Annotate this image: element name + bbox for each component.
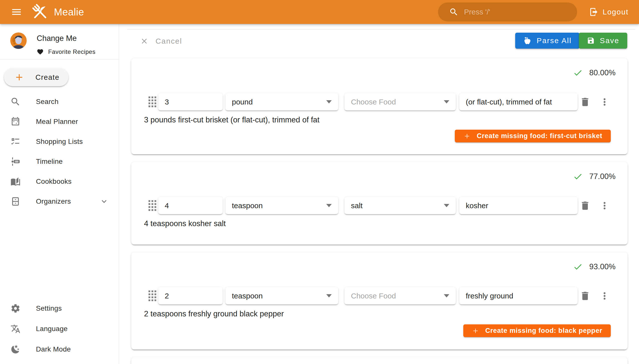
cancel-label: Cancel	[155, 37, 182, 46]
menu-button[interactable]	[10, 5, 24, 19]
food-select[interactable]: salt	[344, 197, 456, 214]
sidebar-item-cookbooks[interactable]: Cookbooks	[0, 172, 119, 192]
delete-button[interactable]	[580, 200, 591, 211]
save-icon	[587, 37, 595, 45]
check-icon	[573, 172, 583, 182]
sidebar-item-organizers[interactable]: Organizers	[0, 192, 119, 212]
cancel-button[interactable]: Cancel	[137, 34, 186, 48]
unit-select[interactable]: teaspoon	[226, 197, 338, 214]
quantity-input[interactable]	[165, 202, 216, 210]
unit-value: teaspoon	[232, 202, 263, 210]
original-ingredient-text: 2 teaspoons freshly ground black pepper	[144, 310, 284, 318]
drag-handle-icon[interactable]	[148, 200, 156, 211]
quantity-field[interactable]	[158, 93, 223, 110]
plus-icon	[463, 132, 471, 140]
favorite-recipes-link[interactable]: Favorite Recipes	[37, 48, 96, 55]
note-input[interactable]	[466, 98, 571, 106]
sidebar-item-meal-planner[interactable]: Meal Planner	[0, 112, 119, 132]
create-missing-food-button[interactable]: Create missing food: first-cut brisket	[455, 130, 611, 142]
drag-handle-icon[interactable]	[148, 96, 156, 107]
logout-label: Logout	[602, 8, 628, 16]
unit-value: pound	[232, 98, 253, 106]
create-button[interactable]: Create	[4, 68, 68, 86]
quantity-input[interactable]	[165, 292, 216, 300]
quantity-input[interactable]	[165, 98, 216, 106]
search-input[interactable]	[464, 8, 570, 16]
checklist-icon	[11, 136, 21, 146]
parse-all-button[interactable]: Parse All	[515, 33, 580, 48]
chevron-down-icon[interactable]	[99, 197, 109, 206]
food-placeholder: Choose Food	[351, 292, 396, 300]
app-root: Mealie Logout Change Me	[0, 0, 639, 364]
quantity-field[interactable]	[158, 197, 223, 214]
note-input[interactable]	[466, 202, 571, 210]
ingredient-fields-row: teaspoon salt	[148, 197, 610, 214]
save-label: Save	[600, 36, 619, 45]
more-options-button[interactable]	[599, 290, 610, 302]
plus-icon	[14, 72, 25, 82]
food-select[interactable]: Choose Food	[344, 287, 456, 304]
delete-button[interactable]	[580, 96, 591, 108]
quantity-field[interactable]	[158, 287, 223, 304]
create-missing-food-button[interactable]: Create missing food: black pepper	[463, 324, 611, 337]
delete-button[interactable]	[580, 290, 591, 302]
main-content: Cancel Parse All Save 80.00%	[119, 24, 639, 364]
sidebar-item-settings[interactable]: Settings	[0, 298, 119, 318]
more-options-button[interactable]	[599, 96, 610, 108]
search-bar[interactable]	[438, 2, 577, 22]
avatar[interactable]	[10, 32, 27, 49]
trash-icon	[580, 200, 591, 211]
confidence-value: 80.00%	[589, 68, 615, 77]
sidebar-item-label: Search	[36, 98, 59, 106]
ingredient-card: 77.00% teaspoon salt	[131, 162, 627, 244]
note-field[interactable]	[459, 93, 578, 110]
sidebar-nav: Search Meal Planner Shopping Lists Timel…	[0, 92, 119, 212]
caret-down-icon	[326, 204, 332, 207]
sidebar-item-shopping-lists[interactable]: Shopping Lists	[0, 132, 119, 152]
caret-down-icon	[326, 294, 332, 298]
ingredient-cards: 80.00% pound Choose Food	[131, 58, 627, 364]
sidebar-item-label: Language	[36, 325, 68, 333]
unit-select[interactable]: teaspoon	[226, 287, 338, 304]
sidebar-footer-nav: Settings Language Dark Mode	[0, 298, 119, 360]
more-options-button[interactable]	[599, 200, 610, 211]
sidebar-item-language[interactable]: Language	[0, 318, 119, 339]
caret-down-icon	[444, 100, 449, 104]
sidebar-item-label: Settings	[36, 304, 62, 312]
sidebar-item-label: Timeline	[36, 158, 63, 166]
app-title: Mealie	[54, 6, 84, 18]
food-value: salt	[351, 202, 363, 210]
drag-handle-icon[interactable]	[148, 290, 156, 301]
trash-icon	[580, 96, 591, 108]
sidebar-item-dark-mode[interactable]: Dark Mode	[0, 339, 119, 360]
kebab-icon	[599, 96, 610, 108]
app-logo	[32, 3, 49, 21]
silverware-icon	[32, 3, 49, 21]
moon-icon	[11, 344, 21, 354]
sidebar-item-timeline[interactable]: Timeline	[0, 152, 119, 172]
note-input[interactable]	[466, 292, 571, 300]
kebab-icon	[599, 290, 610, 302]
confidence-value: 93.00%	[589, 262, 615, 271]
sidebar-item-search[interactable]: Search	[0, 92, 119, 112]
hamburger-icon	[11, 6, 22, 18]
avatar-image	[10, 32, 27, 49]
create-missing-food-label: Create missing food: first-cut brisket	[477, 132, 602, 140]
note-field[interactable]	[459, 197, 578, 214]
ingredient-fields-row: pound Choose Food	[148, 93, 610, 110]
search-icon	[449, 7, 459, 17]
create-label: Create	[36, 73, 59, 82]
note-field[interactable]	[459, 287, 578, 304]
translate-icon	[11, 324, 21, 334]
app-bar: Mealie Logout	[0, 0, 639, 24]
confidence-badge: 77.00%	[573, 172, 615, 182]
content-top-divider	[127, 29, 635, 30]
save-button[interactable]: Save	[579, 33, 627, 48]
caret-down-icon	[444, 204, 449, 207]
logout-button[interactable]: Logout	[586, 0, 631, 24]
unit-select[interactable]: pound	[226, 93, 338, 110]
sidebar-item-label: Shopping Lists	[36, 138, 83, 146]
cabinet-icon	[11, 196, 21, 206]
sidebar: Change Me Favorite Recipes Create Search…	[0, 24, 119, 364]
food-select[interactable]: Choose Food	[344, 93, 456, 110]
